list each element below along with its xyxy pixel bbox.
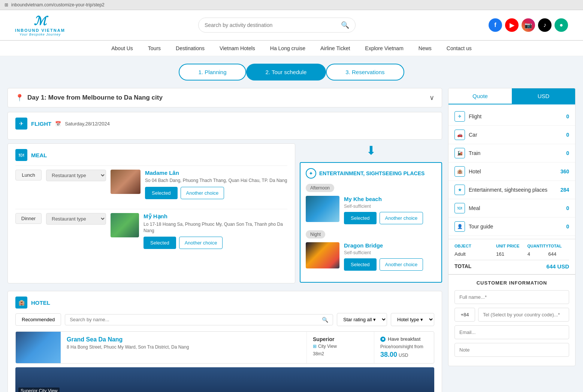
dragon-another-button[interactable]: Another choice <box>380 258 423 271</box>
meal-ent-row: 🍽 MEAL Lunch Restaurant type <box>7 143 442 287</box>
email-input[interactable] <box>454 325 569 339</box>
tab-quote[interactable]: Quote <box>448 88 512 104</box>
row-unit-price: 161 <box>496 251 527 257</box>
lunch-another-button[interactable]: Another choice <box>181 187 224 199</box>
lunch-label: Lunch <box>15 170 42 180</box>
hotel-icon: 🏨 <box>15 297 27 309</box>
meal-title: MEAL <box>31 152 47 158</box>
quote-car-label: Car <box>469 132 477 138</box>
entertainment-title: ENTERTAINMENT, SIGHTSEEING PLACES <box>319 170 425 176</box>
note-input[interactable] <box>454 343 569 357</box>
price-label: Price/room/night from <box>380 344 428 349</box>
hotel-pricing: Have breakfast Price/room/night from 38.… <box>374 332 434 363</box>
logo[interactable]: ℳ INBOUND VIETNAM Your Bespoke Journey <box>15 14 65 36</box>
mykhe-type: Self-sufficient <box>344 204 423 209</box>
total-value: 644 USD <box>546 263 569 270</box>
mykhe-another-button[interactable]: Another choice <box>380 212 423 224</box>
lunch-content: Madame Lân So 04 Bach Dang, Phuong Thach… <box>111 170 287 199</box>
dinner-row: Dinner Restaurant type Mỹ Hạnh Lo 17-18 … <box>15 209 287 253</box>
hotel-title: HOTEL <box>31 300 50 306</box>
nav-news[interactable]: News <box>419 45 432 51</box>
hotel-search-icon: 🔍 <box>322 317 328 323</box>
dragon-bridge-info: Dragon Bridge Self-sufficient Selected A… <box>344 242 423 271</box>
search-bar[interactable]: 🔍 <box>198 18 356 33</box>
quote-entertainment-value: 284 <box>561 187 569 193</box>
hotel-info: Grand Sea Da Nang 8 Ha Bong Street, Phuo… <box>61 332 306 363</box>
quote-flight-icon: ✈ <box>454 111 465 122</box>
browser-url: inboundvietnam.com/customize-your-trip/s… <box>11 2 105 7</box>
collapse-button[interactable]: ∨ <box>429 94 434 102</box>
quote-tourguide-value: 0 <box>566 224 569 230</box>
tripadvisor-icon[interactable]: ● <box>555 18 568 32</box>
nav-about[interactable]: About Us <box>111 45 133 51</box>
dinner-restaurant-select[interactable]: Restaurant type <box>46 213 106 225</box>
star-rating-select[interactable]: Star rating all ▾ <box>337 313 387 326</box>
nav-halong[interactable]: Ha Long cruise <box>270 45 305 51</box>
nav-explore[interactable]: Explore Vietnam <box>365 45 403 51</box>
hotel-room: Superior ⊞ City View 38m2 <box>306 332 374 363</box>
customer-info: CUSTOMER INFORMATION +84 <box>448 274 575 366</box>
flight-section: ✈ FLIGHT 📅 Saturday,28/12/2024 <box>7 112 442 140</box>
browser-icon: ⊞ <box>4 2 8 7</box>
mykhe-info: My Khe beach Self-sufficient Selected An… <box>344 196 423 224</box>
mykhe-item: My Khe beach Self-sufficient Selected An… <box>306 196 436 230</box>
search-button[interactable]: 🔍 <box>341 21 349 29</box>
hotel-search-bar[interactable]: 🔍 <box>65 314 333 325</box>
hotel-search-input[interactable] <box>70 317 322 322</box>
phone-input[interactable] <box>478 308 569 322</box>
meal-section: 🍽 MEAL Lunch Restaurant type <box>7 143 295 283</box>
nav-contact[interactable]: Contact us <box>447 45 472 51</box>
hotel-image <box>16 332 61 363</box>
quote-flight-value: 0 <box>566 113 569 119</box>
dinner-another-button[interactable]: Another choice <box>179 237 223 249</box>
instagram-icon[interactable]: 📷 <box>522 18 535 32</box>
quote-meal-icon: 🍽 <box>454 203 465 213</box>
room-view: ⊞ City View <box>313 344 368 349</box>
city-view-icon: ⊞ <box>313 344 317 349</box>
hotel-type-select[interactable]: Hotel type ▾ <box>391 313 434 326</box>
content-area: 📍 Day 1: Move from Melbourne to Da Nang … <box>7 88 442 392</box>
dinner-selected-button[interactable]: Selected <box>144 237 176 249</box>
browser-bar: ⊞ inboundvietnam.com/customize-your-trip… <box>0 0 583 10</box>
logo-tagline: Your Bespoke Journey <box>19 33 61 36</box>
tiktok-icon[interactable]: ♪ <box>538 18 552 32</box>
youtube-icon[interactable]: ▶ <box>505 18 519 32</box>
dinner-info: Mỹ Hạnh Lo 17-18 Hoang Sa, Phuong Phuoc … <box>144 213 287 249</box>
hotel-section: 🏨 HOTEL Recommended 🔍 Star rating all ▾ … <box>7 291 442 392</box>
total-table: OBJECT UNIT PRICE QUANTITY TOTAL Adult 1… <box>448 239 575 274</box>
mykhe-selected-button[interactable]: Selected <box>344 212 377 224</box>
quote-train-value: 0 <box>566 150 569 156</box>
quote-item-train: 🚂 Train 0 <box>448 144 575 162</box>
meal-option-radio[interactable] <box>380 337 386 342</box>
main-layout: 📍 Day 1: Move from Melbourne to Da Nang … <box>0 88 583 392</box>
tab-reservations[interactable]: 3. Reservations <box>326 64 404 80</box>
nav-airline[interactable]: Airline Ticket <box>320 45 350 51</box>
search-input[interactable] <box>205 22 341 28</box>
tab-planning[interactable]: 1. Planning <box>179 64 246 80</box>
recommended-button[interactable]: Recommended <box>15 313 61 326</box>
quote-item-meal: 🍽 Meal 0 <box>448 199 575 218</box>
dragon-bridge-name: Dragon Bridge <box>344 242 423 249</box>
nav-destinations[interactable]: Destinations <box>176 45 205 51</box>
row-total: 644 <box>548 251 569 257</box>
flight-date: Saturday,28/12/2024 <box>65 121 110 127</box>
nav-tours[interactable]: Tours <box>148 45 161 51</box>
quote-flight-label: Flight <box>469 113 481 119</box>
dinner-image <box>111 213 139 237</box>
afternoon-block: Afternoon My Khe beach Self-sufficient S… <box>306 184 436 230</box>
hotel-address: 8 Ha Bong Street, Phuoc My Ward, Son Tra… <box>67 344 300 350</box>
hotel-filters: Recommended 🔍 Star rating all ▾ Hotel ty… <box>15 313 434 326</box>
quote-item-car: 🚗 Car 0 <box>448 126 575 144</box>
tab-tour-schedule[interactable]: 2. Tour schedule <box>246 64 326 80</box>
quote-item-tourguide: 👤 Tour guide 0 <box>448 218 575 236</box>
fullname-input[interactable] <box>454 290 569 304</box>
lunch-selected-button[interactable]: Selected <box>145 187 178 199</box>
tab-usd[interactable]: USD <box>512 88 575 104</box>
quote-train-icon: 🚂 <box>454 148 465 158</box>
lunch-restaurant-select[interactable]: Restaurant type <box>46 170 106 181</box>
dragon-selected-button[interactable]: Selected <box>344 258 377 271</box>
row-object: Adult <box>454 251 496 257</box>
location-pin-icon: 📍 <box>15 94 24 102</box>
nav-hotels[interactable]: Vietnam Hotels <box>220 45 255 51</box>
facebook-icon[interactable]: f <box>489 18 502 32</box>
